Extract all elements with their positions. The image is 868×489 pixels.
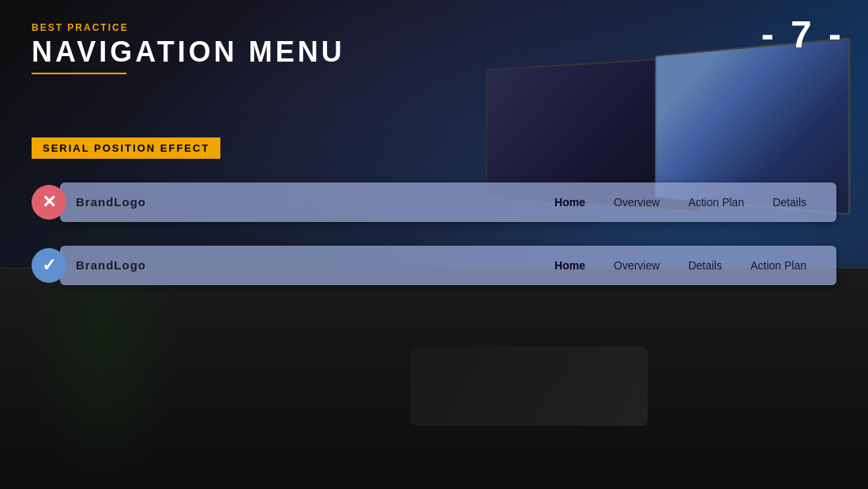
header-title: NAVIGATION MENU bbox=[32, 36, 836, 68]
section-badge: SERIAL POSITION EFFECT bbox=[32, 137, 220, 159]
main-content: BEST PRACTICE NAVIGATION MENU SERIAL POS… bbox=[0, 0, 868, 489]
good-brand-logo: BrandLogo bbox=[76, 258, 146, 272]
good-icon: ✓ bbox=[32, 248, 66, 283]
good-nav-bar: BrandLogo Home Overview Details Action P… bbox=[60, 246, 836, 285]
header-label: BEST PRACTICE bbox=[32, 22, 836, 33]
bad-brand-logo: BrandLogo bbox=[76, 195, 146, 209]
bad-nav-details[interactable]: Details bbox=[758, 196, 821, 209]
bad-nav-overview[interactable]: Overview bbox=[599, 196, 674, 209]
good-nav-overview[interactable]: Overview bbox=[599, 259, 674, 272]
bad-nav-items: Home Overview Action Plan Details bbox=[540, 196, 821, 209]
header: BEST PRACTICE NAVIGATION MENU bbox=[32, 22, 836, 74]
good-nav-items: Home Overview Details Action Plan bbox=[540, 259, 821, 272]
good-example: ✓ BrandLogo Home Overview Details Action… bbox=[32, 246, 836, 285]
bad-nav-home[interactable]: Home bbox=[540, 196, 599, 209]
good-nav-home[interactable]: Home bbox=[540, 259, 599, 272]
x-icon: ✕ bbox=[42, 192, 56, 213]
bad-icon: ✕ bbox=[32, 185, 66, 220]
bad-example: ✕ BrandLogo Home Overview Action Plan De… bbox=[32, 182, 836, 222]
good-nav-action-plan[interactable]: Action Plan bbox=[736, 259, 821, 272]
header-underline bbox=[32, 73, 126, 74]
check-icon: ✓ bbox=[42, 255, 56, 276]
bad-nav-bar: BrandLogo Home Overview Action Plan Deta… bbox=[60, 182, 836, 222]
bad-nav-action-plan[interactable]: Action Plan bbox=[674, 196, 758, 209]
good-nav-details[interactable]: Details bbox=[674, 259, 736, 272]
